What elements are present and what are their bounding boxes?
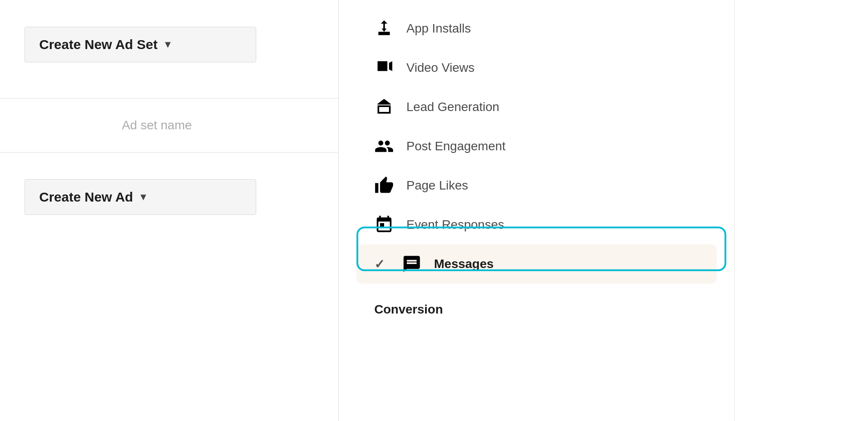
page-likes-icon (374, 176, 394, 195)
create-ad-set-label: Create New Ad Set (39, 37, 158, 52)
menu-item-messages[interactable]: ✓ Messages (356, 244, 717, 284)
ad-set-name-label: Ad set name (122, 100, 216, 150)
ad-set-chevron-icon: ▼ (163, 39, 173, 50)
menu-item-lead-generation[interactable]: Lead Generation (339, 87, 734, 127)
app-installs-label: App Installs (406, 21, 471, 36)
right-panel: App Installs Video Views (339, 0, 734, 421)
ad-section: Create New Ad ▼ (0, 153, 338, 242)
create-new-ad-button[interactable]: Create New Ad ▼ (25, 179, 256, 215)
check-messages: ✓ (374, 257, 388, 272)
main-layout: Create New Ad Set ▼ Ad set name Create N… (0, 0, 868, 421)
app-installs-icon (374, 19, 394, 38)
video-views-label: Video Views (406, 61, 475, 75)
messages-icon (402, 254, 422, 274)
menu-item-page-likes[interactable]: Page Likes (339, 166, 734, 205)
conversion-label: Conversion (339, 293, 734, 326)
ad-chevron-icon: ▼ (139, 191, 148, 203)
ad-set-section: Create New Ad Set ▼ (0, 0, 338, 99)
ad-set-name-area: Ad set name (0, 99, 338, 152)
event-responses-label: Event Responses (406, 218, 504, 232)
post-engagement-label: Post Engagement (406, 139, 506, 153)
create-new-ad-set-button[interactable]: Create New Ad Set ▼ (25, 27, 256, 62)
objective-menu-list: App Installs Video Views (339, 0, 734, 293)
create-ad-label: Create New Ad (39, 190, 133, 205)
event-responses-icon (374, 215, 394, 235)
third-panel (734, 0, 868, 421)
lead-generation-label: Lead Generation (406, 100, 500, 114)
menu-item-app-installs[interactable]: App Installs (339, 9, 734, 48)
video-views-icon (374, 58, 394, 78)
menu-item-post-engagement[interactable]: Post Engagement (339, 127, 734, 166)
left-panel: Create New Ad Set ▼ Ad set name Create N… (0, 0, 339, 421)
post-engagement-icon (374, 136, 394, 156)
page-likes-label: Page Likes (406, 178, 468, 193)
menu-item-event-responses[interactable]: Event Responses (339, 205, 734, 244)
lead-generation-icon (374, 97, 394, 117)
messages-label: Messages (434, 257, 494, 271)
menu-item-video-views[interactable]: Video Views (339, 48, 734, 87)
